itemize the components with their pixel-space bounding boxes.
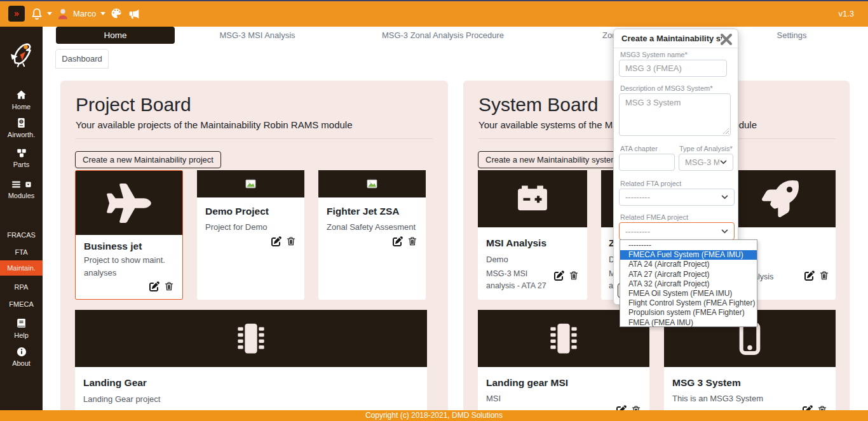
sidebar: Home Airworth. Parts Modules FRACAS FTA …	[0, 27, 43, 421]
trash-icon[interactable]	[164, 281, 174, 291]
sidebar-item-label: Modules	[8, 192, 35, 199]
card-meta: analysis - ATA 27	[486, 279, 546, 292]
project-card-fighter-jet-zsa[interactable]: Fighter Jet ZSA Zonal Safety Assesment	[318, 170, 426, 300]
dropdown-option[interactable]: FMEA (FMEA IMU)	[620, 318, 757, 328]
nav-tab-msi-analysis[interactable]: MSG-3 MSI Analysis	[210, 30, 305, 40]
broken-image-icon	[366, 178, 378, 190]
card-description: Landing Gear project	[83, 393, 337, 406]
sidebar-item-label: FTA	[15, 248, 28, 256]
chevron-down-icon	[721, 195, 728, 199]
nav-tab-home[interactable]: Home	[56, 27, 175, 44]
sidebar-item-label: Help	[14, 331, 29, 339]
card-title: Landing gear MSI	[486, 377, 568, 389]
announcements-megaphone-icon[interactable]	[127, 7, 141, 21]
dropdown-option[interactable]: FMEA Oil System (FMEA IMU)	[620, 289, 757, 298]
sidebar-item-label: About	[12, 359, 31, 367]
edit-icon[interactable]	[149, 281, 159, 291]
card-description: Project for Demo	[205, 221, 295, 234]
sidebar-item-modules[interactable]: Modules	[0, 179, 43, 199]
dropdown-option[interactable]: Flight Control System (FMEA Fighter)	[620, 298, 757, 308]
sidebar-item-label: Maintain.	[7, 264, 36, 272]
rocket-icon	[762, 180, 799, 217]
related-fmea-select[interactable]: ---------	[619, 222, 735, 240]
nav-tab-settings[interactable]: Settings	[766, 30, 817, 40]
sidebar-item-label: Home	[12, 103, 31, 110]
system-board-title: System Board	[478, 94, 598, 116]
user-avatar[interactable]	[56, 7, 70, 21]
sidebar-item-fracas[interactable]: FRACAS	[0, 231, 43, 239]
edit-icon[interactable]	[804, 271, 815, 281]
type-field-label: Type of Analysis*	[679, 145, 733, 152]
sidebar-item-about[interactable]: About	[0, 346, 43, 367]
card-image	[318, 170, 426, 197]
close-icon[interactable]	[719, 32, 734, 47]
user-menu[interactable]: Marco	[73, 9, 96, 18]
sidebar-item-airworthiness[interactable]: Airworth.	[0, 117, 43, 138]
project-card-business-jet[interactable]: Business jet Project to show maint. anal…	[75, 170, 183, 300]
create-system-button[interactable]: Create a new Maintainability system	[478, 151, 625, 168]
nav-tab-zonal-analysis-procedure[interactable]: MSG-3 Zonal Analysis Procedure	[379, 30, 506, 40]
car-battery-icon	[514, 180, 551, 217]
plane-icon	[107, 184, 151, 223]
create-project-button[interactable]: Create a new Maintainability project	[75, 151, 221, 168]
sidebar-item-parts[interactable]: Parts	[0, 147, 43, 168]
card-actions	[554, 271, 579, 281]
related-fta-select[interactable]: ---------	[619, 189, 735, 206]
edit-icon[interactable]	[271, 236, 281, 246]
sidebar-item-rpa[interactable]: RPA	[0, 283, 43, 291]
app-version: v1.3	[838, 9, 854, 18]
description-field-label: Description of MSG3 System*	[620, 84, 713, 92]
card-image	[76, 171, 182, 235]
dropdown-option-selected[interactable]: FMECA Fuel System (FMEA IMU)	[620, 250, 757, 260]
tab-dashboard[interactable]: Dashboard	[55, 49, 109, 69]
project-card-landing-gear[interactable]: Landing Gear Landing Gear project	[75, 310, 427, 421]
sidebar-item-fta[interactable]: FTA	[0, 248, 43, 256]
sidebar-item-help[interactable]: Help	[0, 317, 43, 339]
bars-icon	[11, 179, 22, 190]
sidebar-item-fmeca[interactable]: FMECA	[0, 300, 43, 308]
textarea-resize-handle[interactable]	[723, 128, 729, 134]
dropdown-option[interactable]: ATA 24 (Aircraft Project)	[620, 260, 757, 269]
theme-palette-icon[interactable]	[110, 7, 123, 21]
ata-chapter-field[interactable]	[619, 154, 675, 171]
user-menu-caret-icon[interactable]	[100, 12, 105, 15]
card-description: This is an MSG3 System	[672, 392, 763, 405]
footer-copyright: Copyright (c) 2018-2021, DMD Solutions	[0, 410, 868, 421]
divider	[614, 48, 738, 48]
type-of-analysis-select[interactable]: MSG-3 MSI	[679, 154, 733, 171]
divider	[76, 138, 433, 139]
card-actions	[804, 271, 829, 281]
trash-icon[interactable]	[569, 271, 579, 281]
name-field[interactable]	[619, 60, 727, 77]
card-actions	[271, 236, 296, 246]
sidebar-collapse-button[interactable]: »	[8, 6, 25, 22]
description-field[interactable]: MSG 3 System	[619, 93, 731, 136]
dropdown-option[interactable]: Propulsion system (FMEA Fighter)	[620, 308, 757, 317]
edit-icon[interactable]	[393, 236, 403, 246]
microchip-icon	[230, 317, 272, 359]
sidebar-item-home[interactable]: Home	[0, 89, 43, 110]
caret-square-down-icon[interactable]	[25, 181, 32, 188]
trash-icon[interactable]	[819, 271, 829, 281]
card-image	[724, 170, 836, 227]
edit-icon[interactable]	[554, 271, 564, 281]
dropdown-option[interactable]: ATA 32 (Aircraft Project)	[620, 279, 757, 289]
card-title: Business jet	[84, 241, 142, 252]
card-description: MSI	[486, 392, 501, 405]
notifications-caret-icon[interactable]	[47, 12, 52, 15]
trash-icon[interactable]	[407, 236, 417, 246]
project-board-subtitle: Your available projects of the Maintaina…	[76, 119, 353, 130]
card-actions	[393, 236, 417, 246]
project-card-demo[interactable]: Demo Project Project for Demo	[197, 170, 304, 300]
fmea-field-label: Related FMEA project	[620, 213, 688, 221]
fta-field-label: Related FTA project	[620, 180, 681, 187]
cubes-icon	[16, 147, 27, 159]
dropdown-option[interactable]: ATA 27 (Aircraft Project)	[620, 270, 757, 279]
trash-icon[interactable]	[286, 236, 296, 246]
system-card-msi-analysis[interactable]: MSI Analysis Demo MSG-3 MSI analysis - A…	[478, 170, 587, 300]
notifications-bell-icon[interactable]	[30, 7, 44, 21]
sidebar-item-maintain[interactable]: Maintain.	[0, 260, 43, 276]
description-field-value: MSG 3 System	[625, 98, 681, 107]
dropdown-option[interactable]: ---------	[620, 241, 757, 250]
card-meta: MSG-3 MSI	[486, 267, 527, 280]
